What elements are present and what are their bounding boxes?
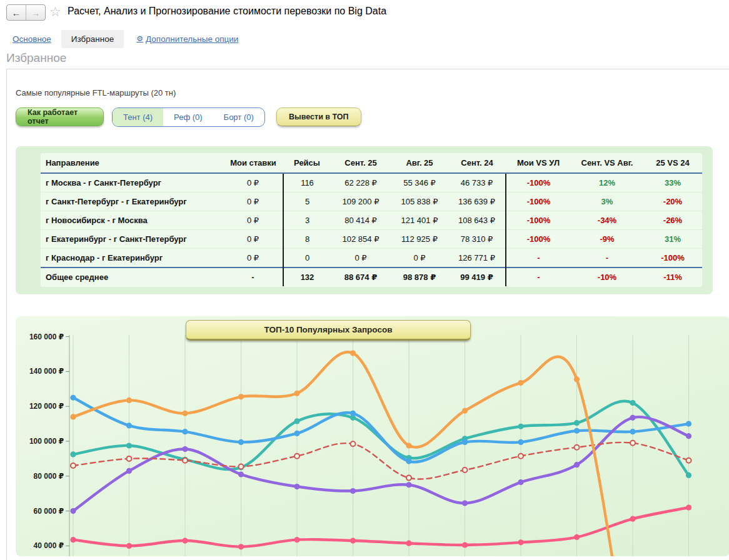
column-header-5: Сент. 24: [448, 153, 506, 173]
segment-option-1[interactable]: Реф (0): [163, 108, 213, 126]
additional-options-label: Дополнительные опции: [146, 34, 238, 44]
table-row[interactable]: г Москва - г Санкт-Петербург0 ₽11662 228…: [41, 173, 702, 192]
chart-panel: 40 000 ₽60 000 ₽80 000 ₽100 000 ₽120 000…: [16, 316, 729, 556]
chart-y-axis: 40 000 ₽60 000 ₽80 000 ₽100 000 ₽120 000…: [29, 332, 69, 556]
toolbar: Как работает отчет Тент (4)Реф (0)Борт (…: [16, 108, 361, 130]
cell: -: [223, 268, 283, 286]
segment-option-2[interactable]: Борт (0): [213, 108, 264, 126]
cell: -100%: [643, 249, 702, 268]
favorite-star-icon[interactable]: ☆: [49, 4, 61, 20]
y-tick-label: 140 000 ₽: [29, 367, 64, 376]
report-subtitle: Самые популярные FTL-маршруты (20 тн): [16, 88, 176, 98]
back-arrow-icon: ←: [12, 8, 21, 18]
cell: 105 838 ₽: [391, 192, 448, 211]
chart-gridlines: [73, 335, 689, 556]
content-panel: Самые популярные FTL-маршруты (20 тн) Ка…: [6, 69, 729, 560]
cell: 80 414 ₽: [331, 211, 391, 230]
cell: 0 ₽: [223, 173, 283, 192]
table-total-row[interactable]: Общее среднее-13288 674 ₽98 878 ₽99 419 …: [41, 268, 702, 286]
cell: 0 ₽: [331, 249, 391, 268]
top-bar: ← → ☆ Расчет, Анализ и Прогнозирование с…: [0, 0, 729, 26]
table-body: г Москва - г Санкт-Петербург0 ₽11662 228…: [41, 173, 702, 286]
cell: 108 643 ₽: [448, 211, 506, 230]
cell: -100%: [506, 211, 571, 230]
forward-arrow-icon: →: [31, 8, 41, 18]
cell: 78 310 ₽: [448, 230, 506, 249]
cell: Общее среднее: [41, 268, 223, 286]
cell: 55 346 ₽: [391, 173, 448, 192]
cell: 136 639 ₽: [448, 192, 506, 211]
cell: -: [506, 249, 571, 268]
cell: -20%: [643, 192, 702, 211]
cell: 102 854 ₽: [331, 230, 391, 249]
cell: 98 878 ₽: [391, 268, 448, 286]
table-row[interactable]: г Санкт-Петербург - г Екатеринбург0 ₽510…: [41, 192, 702, 211]
cell: 126 771 ₽: [448, 249, 506, 268]
cell: 12%: [571, 173, 643, 192]
orange-line: [70, 351, 633, 556]
y-tick-label: 120 000 ₽: [29, 402, 64, 411]
column-header-6: Мои VS УЛ: [506, 153, 571, 173]
table-row[interactable]: г Новосибирск - г Москва0 ₽380 414 ₽121 …: [41, 211, 702, 230]
gear-icon: ⚙: [136, 34, 143, 43]
chart-title-badge[interactable]: ТОП-10 Популярных Запросов: [186, 320, 471, 341]
tab-main[interactable]: Основное: [13, 34, 51, 44]
cell: г Санкт-Петербург - г Екатеринбург: [41, 192, 223, 211]
tab-additional-options[interactable]: ⚙ Дополнительные опции: [136, 34, 238, 44]
page-title: Избранное: [6, 51, 66, 65]
column-header-2: Рейсы: [283, 153, 331, 173]
cell: 112 925 ₽: [391, 230, 448, 249]
cell: -: [571, 249, 643, 268]
cell: г Екатеринбург - г Санкт-Петербург: [41, 230, 223, 249]
tab-bar: Основное Избранное ⚙ Дополнительные опци…: [0, 29, 729, 49]
cell: 88 674 ₽: [331, 268, 391, 286]
cell: г Москва - г Санкт-Петербург: [41, 173, 223, 192]
y-tick-label: 80 000 ₽: [34, 472, 64, 481]
cell: 0 ₽: [223, 211, 283, 230]
cell: 0: [283, 249, 331, 268]
cell: 46 733 ₽: [448, 173, 506, 192]
forward-button[interactable]: →: [26, 5, 45, 20]
y-tick-label: 60 000 ₽: [34, 507, 64, 516]
y-tick-label: 40 000 ₽: [34, 541, 64, 550]
column-header-3: Сент. 25: [331, 153, 391, 173]
cell: 99 419 ₽: [448, 268, 506, 286]
cell: 31%: [643, 230, 702, 249]
column-header-4: Авг. 25: [391, 153, 448, 173]
table-row[interactable]: г Краснодар - г Екатеринбург0 ₽00 ₽0 ₽12…: [41, 249, 702, 268]
y-tick-label: 160 000 ₽: [29, 332, 64, 341]
y-tick-label: 100 000 ₽: [29, 437, 64, 446]
routes-table: НаправлениеМои ставкиРейсыСент. 25Авг. 2…: [41, 153, 702, 286]
how-report-works-button[interactable]: Как работает отчет: [16, 108, 104, 126]
column-header-1: Мои ставки: [223, 153, 283, 173]
table-row[interactable]: г Екатеринбург - г Санкт-Петербург0 ₽810…: [41, 230, 702, 249]
routes-table-container: НаправлениеМои ставкиРейсыСент. 25Авг. 2…: [41, 153, 702, 287]
cell: 3%: [571, 192, 643, 211]
cell: 109 200 ₽: [331, 192, 391, 211]
cell: г Новосибирск - г Москва: [41, 211, 223, 230]
cell: -100%: [506, 192, 571, 211]
routes-table-panel: НаправлениеМои ставкиРейсыСент. 25Авг. 2…: [16, 146, 713, 294]
cell: 121 401 ₽: [391, 211, 448, 230]
cell: -11%: [643, 268, 702, 286]
cell: 0 ₽: [223, 192, 283, 211]
nav-history-buttons: ← →: [6, 4, 46, 21]
back-button[interactable]: ←: [7, 5, 26, 20]
cell: 132: [283, 268, 331, 286]
cell: -100%: [506, 230, 571, 249]
cell: -26%: [643, 211, 702, 230]
pink-line: [70, 504, 691, 549]
cell: 116: [283, 173, 331, 192]
top10-requests-chart: 40 000 ₽60 000 ₽80 000 ₽100 000 ₽120 000…: [16, 316, 729, 556]
cell: 33%: [643, 173, 702, 192]
segment-option-0[interactable]: Тент (4): [113, 108, 163, 126]
app-window: ← → ☆ Расчет, Анализ и Прогнозирование с…: [0, 0, 729, 560]
body-type-segmented-control: Тент (4)Реф (0)Борт (0): [112, 108, 265, 127]
show-in-top-button[interactable]: Вывести в ТОП: [276, 108, 361, 126]
cell: 8: [283, 230, 331, 249]
cell: 0 ₽: [223, 230, 283, 249]
cell: 0 ₽: [391, 249, 448, 268]
tab-favorites[interactable]: Избранное: [61, 30, 124, 48]
cell: 3: [283, 211, 331, 230]
column-header-8: 25 VS 24: [643, 153, 702, 173]
